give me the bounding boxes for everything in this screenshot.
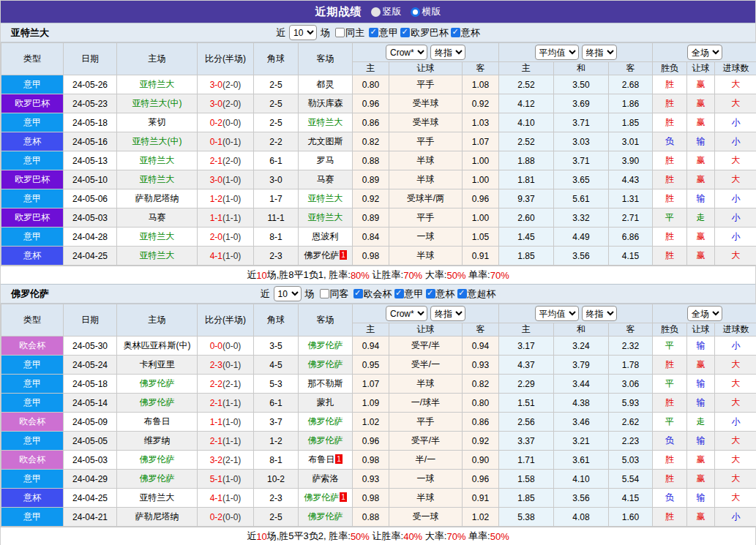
corner-cell: 1-7 [254,189,299,208]
result-handicap-cell: 赢 [687,94,715,113]
match-count-select[interactable]: 10 [274,286,302,301]
match-date: 24-05-05 [64,432,117,451]
match-row: 欧罗巴杯24-05-03马赛1-1(1-1)11-1亚特兰大0.89平手1.00… [1,208,756,228]
layout-radio-vertical[interactable]: 竖版 [371,5,402,18]
bookmaker-select[interactable]: Crow* [386,45,427,60]
league-filter-checkbox[interactable]: 意甲 [369,26,398,40]
col-corner: 角球 [254,304,299,337]
home-team[interactable]: 萨勒尼塔纳 [117,189,198,208]
score-cell: 4-1(1-0) [198,489,254,508]
away-team[interactable]: 马赛 [299,170,353,189]
league-filter-label: 意杯 [436,287,455,301]
final-odds-select-2[interactable]: 终指 [582,306,617,321]
home-team[interactable]: 亚特兰大 [117,247,198,266]
away-team[interactable]: 尤文图斯 [299,132,353,151]
result-wdl-cell: 胜 [653,113,687,132]
result-handicap-cell: 输 [687,489,715,508]
match-count-select[interactable]: 10 [289,25,317,40]
home-team[interactable]: 萨勒尼塔纳 [117,508,198,527]
euro-odds-cell: 2.71 [609,208,653,228]
home-team[interactable]: 佛罗伦萨 [117,470,198,489]
league-filter-checkbox[interactable]: 意超杯 [457,287,496,301]
home-team[interactable]: 卡利亚里 [117,356,198,375]
home-team[interactable]: 莱切 [117,113,198,132]
asian-odds-cell: 平手 [389,208,463,228]
asian-odds-cell: 0.89 [353,170,389,189]
same-venue-checkbox[interactable]: 同客 [320,287,349,301]
league-filter-checkbox[interactable]: 意甲 [394,287,424,301]
score-cell: 1-1(1-0) [198,413,254,432]
away-team[interactable]: 萨索洛 [299,470,353,489]
result-handicap-cell: 赢 [687,151,715,170]
away-team[interactable]: 都灵 [299,75,353,94]
result-handicap-cell: 赢 [687,228,715,247]
euro-odds-cell: 3.71 [554,151,609,170]
home-team[interactable]: 亚特兰大(中) [117,94,198,113]
layout-radio-horizontal[interactable]: 横版 [411,5,441,18]
home-team[interactable]: 佛罗伦萨 [117,394,198,413]
away-team[interactable]: 那不勒斯 [299,375,353,394]
away-team[interactable]: 佛罗伦萨 [299,356,353,375]
euro-odds-cell: 5.03 [609,451,653,470]
same-venue-checkbox[interactable]: 同主 [335,26,364,40]
col-away: 客场 [299,43,353,75]
average-select[interactable]: 平均值 [535,306,579,321]
home-team[interactable]: 佛罗伦萨 [117,451,198,470]
euro-odds-cell: 2.62 [609,413,653,432]
league-filter-checkbox[interactable]: 欧罗巴杯 [400,26,449,40]
home-team[interactable]: 亚特兰大 [117,75,198,94]
away-team[interactable]: 勒沃库森 [299,94,353,113]
away-team[interactable]: 恩波利 [299,228,353,247]
bookmaker-select[interactable]: Crow* [386,306,427,321]
full-time-score: 2-3 [210,360,222,370]
home-team[interactable]: 布鲁日 [117,413,198,432]
half-time-score: (1-1) [222,436,241,446]
asian-odds-cell: 受半球 [389,94,463,113]
final-odds-select-2[interactable]: 终指 [582,45,617,60]
result-handicap-cell: 走 [687,413,715,432]
home-team[interactable]: 亚特兰大(中) [117,132,198,151]
col-euro-away: 客 [609,323,653,337]
away-team[interactable]: 蒙扎 [299,394,353,413]
home-team[interactable]: 维罗纳 [117,432,198,451]
match-row: 意甲24-05-18佛罗伦萨2-2(2-1)5-3那不勒斯1.07半球0.822… [1,375,756,394]
away-team[interactable]: 佛罗伦萨 [299,432,353,451]
home-team[interactable]: 奥林匹亚科斯(中) [117,337,198,356]
result-scope-group: 全场 [653,304,756,323]
league-filter-checkbox[interactable]: 意杯 [426,287,455,301]
result-wdl-cell: 负 [653,489,687,508]
match-date: 24-05-26 [64,75,117,94]
result-goals-cell: 大 [715,170,756,189]
away-team[interactable]: 亚特兰大 [299,189,353,208]
final-odds-select[interactable]: 终指 [430,45,465,60]
home-team[interactable]: 佛罗伦萨 [117,375,198,394]
result-goals-cell: 大 [715,394,756,413]
home-team[interactable]: 马赛 [117,208,198,228]
away-team[interactable]: 布鲁日1 [299,451,353,470]
league-filter-checkbox[interactable]: 欧会杯 [353,287,392,301]
away-team[interactable]: 亚特兰大 [299,208,353,228]
away-team[interactable]: 佛罗伦萨 [299,508,353,527]
euro-odds-cell: 3.06 [609,375,653,394]
asian-odds-cell: 0.80 [353,75,389,94]
away-team[interactable]: 亚特兰大 [299,113,353,132]
away-team[interactable]: 佛罗伦萨 [299,337,353,356]
home-team[interactable]: 亚特兰大 [117,170,198,189]
final-odds-select[interactable]: 终指 [430,306,465,321]
section-toolbar-fiorentina: 佛罗伦萨 近 10 场 同客 欧会杯意甲意杯意超杯 [1,284,755,304]
away-team[interactable]: 佛罗伦萨 [299,413,353,432]
full-time-score: 1-1 [210,213,222,223]
scope-select[interactable]: 全场 [687,45,722,60]
team-name: 佛罗伦萨 [11,287,49,301]
asian-odds-cell: 一球 [389,470,463,489]
away-team[interactable]: 罗马 [299,151,353,170]
home-team[interactable]: 亚特兰大 [117,228,198,247]
home-team[interactable]: 亚特兰大 [117,151,198,170]
away-team[interactable]: 佛罗伦萨1 [299,247,353,266]
league-filter-checkbox[interactable]: 意杯 [451,26,480,40]
average-select[interactable]: 平均值 [535,45,579,60]
home-team[interactable]: 亚特兰大 [117,489,198,508]
away-team[interactable]: 佛罗伦萨1 [299,489,353,508]
score-cell: 3-0(2-0) [198,75,254,94]
scope-select[interactable]: 全场 [687,306,722,321]
